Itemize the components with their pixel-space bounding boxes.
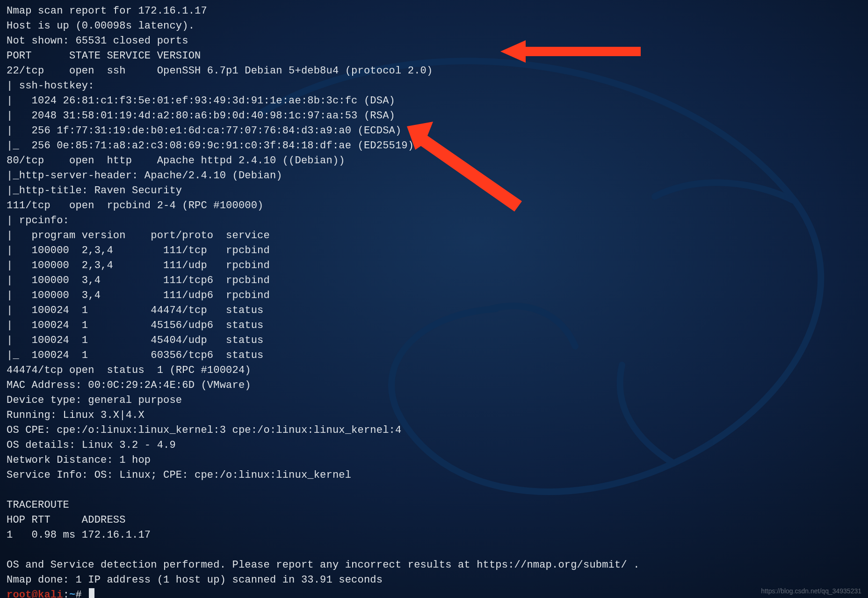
prompt-at: @ [32,589,38,598]
watermark: https://blog.csdn.net/qq_34935231 [761,588,861,594]
ssh-key-rsa: | 2048 31:58:01:19:4d:a2:80:a6:b9:0d:40:… [7,110,395,122]
port-status: 44474/tcp open status 1 (RPC #100024) [7,365,251,376]
os-cpe: OS CPE: cpe:/o:linux:linux_kernel:3 cpe:… [7,424,401,436]
running: Running: Linux 3.X|4.X [7,409,145,421]
port-ssh: 22/tcp open ssh OpenSSH 6.7p1 Debian 5+d… [7,65,433,77]
http-title: |_http-title: Raven Security [7,185,182,197]
ssh-key-ed25519: |_ 256 0e:85:71:a8:a2:c3:08:69:9c:91:c0:… [7,140,414,152]
ssh-key-dsa: | 1024 26:81:c1:f3:5e:01:ef:93:49:3d:91:… [7,95,395,107]
rpcinfo-header: | rpcinfo: [7,215,69,226]
os-details: OS details: Linux 3.2 - 4.9 [7,439,176,451]
ports-header: PORT STATE SERVICE VERSION [7,50,201,62]
prompt-hash: # [75,589,81,598]
footer-1: OS and Service detection performed. Plea… [7,559,640,571]
cursor-icon [89,588,94,598]
prompt-host: kali [38,589,63,598]
terminal-area[interactable]: Nmap scan report for 172.16.1.17 Host is… [7,4,861,598]
rpc-row-2: | 100000 3,4 111/tcp6 rpcbind [7,275,270,286]
mac-address: MAC Address: 00:0C:29:2A:4E:6D (VMware) [7,379,251,391]
rpcinfo-cols: | program version port/proto service [7,230,270,241]
network-distance: Network Distance: 1 hop [7,454,151,466]
traceroute-header: TRACEROUTE [7,499,69,511]
rpc-row-1: | 100000 2,3,4 111/udp rpcbind [7,260,270,271]
ports-notshown: Not shown: 65531 closed ports [7,35,188,47]
nmap-header: Nmap scan report for 172.16.1.17 [7,5,207,17]
rpc-row-0: | 100000 2,3,4 111/tcp rpcbind [7,245,270,256]
service-info: Service Info: OS: Linux; CPE: cpe:/o:lin… [7,469,351,481]
traceroute-row: 1 0.98 ms 172.16.1.17 [7,529,151,541]
shell-prompt[interactable]: root@kali:~# [7,589,94,598]
port-rpcbind: 111/tcp open rpcbind 2-4 (RPC #100000) [7,200,264,211]
rpc-row-6: | 100024 1 45404/udp status [7,335,264,346]
port-http: 80/tcp open http Apache httpd 2.4.10 ((D… [7,155,345,167]
device-type: Device type: general purpose [7,394,182,406]
host-status: Host is up (0.00098s latency). [7,20,195,32]
rpc-row-7: |_ 100024 1 60356/tcp6 status [7,350,264,361]
prompt-path: ~ [69,589,75,598]
prompt-user: root [7,589,32,598]
http-server-header: |_http-server-header: Apache/2.4.10 (Deb… [7,170,282,182]
rpc-row-3: | 100000 3,4 111/udp6 rpcbind [7,290,270,301]
footer-2: Nmap done: 1 IP address (1 host up) scan… [7,574,383,586]
rpc-row-4: | 100024 1 44474/tcp status [7,305,264,316]
rpc-row-5: | 100024 1 45156/udp6 status [7,320,264,331]
prompt-colon: : [63,589,69,598]
ssh-hostkey-header: | ssh-hostkey: [7,80,94,92]
traceroute-cols: HOP RTT ADDRESS [7,514,126,526]
ssh-key-ecdsa: | 256 1f:77:31:19:de:b0:e1:6d:ca:77:07:7… [7,125,401,137]
